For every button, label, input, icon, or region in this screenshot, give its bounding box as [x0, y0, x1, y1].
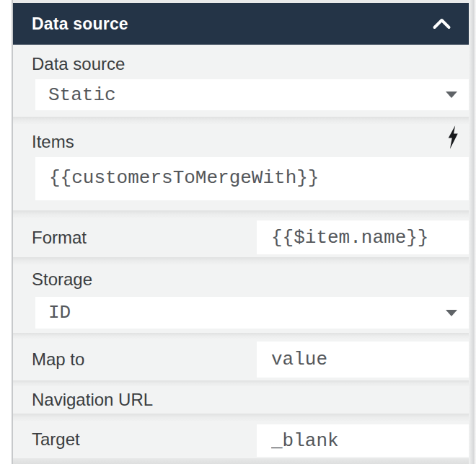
items-code-input[interactable]: {{customersToMergeWith}} [35, 157, 469, 200]
section-separator [13, 117, 469, 124]
data-source-settings-panel: Data source Data source Static Items {{c… [13, 0, 469, 464]
items-binding-expression: {{customersToMergeWith}} [49, 167, 319, 189]
field-row-data-source: Data source Static [13, 45, 469, 117]
section-separator [13, 414, 469, 421]
section-separator [13, 380, 469, 386]
field-row-target: Target [13, 421, 469, 458]
caret-down-icon [446, 310, 457, 316]
storage-selected-value: ID [48, 302, 71, 324]
storage-label: Storage [32, 269, 92, 290]
section-header-data-source[interactable]: Data source [13, 3, 469, 45]
target-label: Target [32, 421, 80, 458]
field-row-navigation-url[interactable]: Navigation URL [13, 386, 469, 414]
field-row-items: Items {{customersToMergeWith}} [13, 124, 469, 210]
map-to-label: Map to [32, 339, 84, 380]
map-to-input[interactable] [257, 342, 469, 378]
field-row-map-to: Map to [13, 339, 469, 380]
field-row-format: Format [13, 218, 469, 257]
data-source-selected-value: Static [48, 84, 116, 106]
storage-select[interactable]: ID [35, 297, 469, 329]
chevron-up-icon [432, 18, 451, 30]
lightning-bolt-icon[interactable] [446, 125, 459, 149]
format-input[interactable] [257, 220, 469, 254]
bottom-divider [13, 458, 469, 464]
scroll-gutter[interactable] [469, 0, 476, 464]
section-separator [13, 257, 469, 264]
format-label: Format [32, 218, 87, 257]
target-input[interactable] [257, 424, 469, 457]
section-separator [13, 210, 469, 218]
section-title: Data source [32, 14, 128, 34]
caret-down-icon [446, 92, 457, 98]
data-source-label: Data source [32, 54, 125, 74]
field-row-storage: Storage ID [13, 264, 469, 333]
panel-left-border [12, 0, 13, 464]
settings-panel-screenshot: Data source Data source Static Items {{c… [0, 0, 476, 464]
navigation-url-label: Navigation URL [32, 386, 153, 414]
section-separator [13, 333, 469, 339]
data-source-select[interactable]: Static [35, 79, 469, 110]
items-label: Items [32, 132, 74, 152]
